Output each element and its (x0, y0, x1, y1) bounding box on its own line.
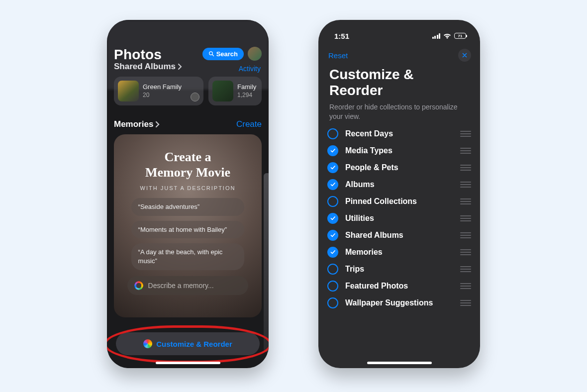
reorder-item-label: Trips (345, 265, 364, 274)
checkbox-checked-icon[interactable] (327, 145, 338, 156)
drag-handle-icon[interactable] (460, 283, 471, 289)
search-icon (208, 51, 214, 57)
drag-handle-icon[interactable] (460, 300, 471, 306)
activity-link[interactable]: Activity (239, 65, 261, 73)
reorder-row[interactable]: People & Pets (327, 162, 471, 173)
checkbox-unchecked-icon[interactable] (327, 281, 338, 292)
drag-handle-icon[interactable] (460, 215, 471, 221)
reorder-item-label: Recent Days (345, 129, 393, 138)
drag-handle-icon[interactable] (460, 182, 471, 188)
checkbox-unchecked-icon[interactable] (327, 128, 338, 139)
phone-left: 1:51 71 Photos Shared Albums (107, 20, 269, 368)
siri-icon (134, 281, 143, 290)
checkbox-unchecked-icon[interactable] (327, 196, 338, 207)
signal-icon (432, 33, 441, 39)
memories-link[interactable]: Memories (114, 119, 160, 129)
reorder-item-label: Utilities (345, 214, 374, 223)
shared-albums-row: Green Family 20 Family 1,294 (114, 77, 262, 105)
memory-subtitle: WITH JUST A DESCRIPTION (140, 185, 236, 191)
checkbox-checked-icon[interactable] (327, 162, 338, 173)
reorder-item-label: Pinned Collections (345, 197, 417, 206)
memories-header: Memories Create (114, 119, 262, 129)
reorder-item-label: Featured Photos (345, 282, 408, 291)
drag-handle-icon[interactable] (460, 198, 471, 204)
home-indicator[interactable] (156, 362, 220, 364)
reorder-row[interactable]: Trips (327, 264, 471, 275)
reorder-row[interactable]: Recent Days (327, 128, 471, 139)
reset-button[interactable]: Reset (328, 51, 348, 60)
drag-handle-icon[interactable] (460, 249, 471, 255)
checkbox-checked-icon[interactable] (327, 213, 338, 224)
contributor-avatar (191, 93, 199, 101)
wifi-icon (443, 33, 451, 39)
shared-albums-link[interactable]: Shared Albums (114, 62, 182, 72)
drag-handle-icon[interactable] (460, 165, 471, 171)
checkbox-checked-icon[interactable] (327, 247, 338, 258)
album-count: 20 (143, 92, 182, 99)
drag-handle-icon[interactable] (460, 148, 471, 154)
home-indicator[interactable] (367, 362, 432, 364)
memory-prompt-example[interactable]: “Moments at home with Bailey” (131, 221, 245, 239)
memory-title: Create a Memory Movie (145, 149, 230, 180)
memory-movie-card[interactable]: Create a Memory Movie WITH JUST A DESCRI… (114, 134, 262, 317)
reorder-item-label: Memories (345, 248, 383, 257)
reorder-list: Recent DaysMedia TypesPeople & PetsAlbum… (318, 128, 480, 308)
drag-handle-icon[interactable] (460, 131, 471, 137)
chevron-right-icon (178, 63, 182, 70)
drag-handle-icon[interactable] (460, 232, 471, 238)
close-button[interactable] (458, 49, 471, 62)
album-card-family[interactable]: Family 1,294 (208, 77, 262, 105)
reorder-row[interactable]: Featured Photos (327, 281, 471, 292)
create-memory-link[interactable]: Create (236, 119, 262, 129)
album-card-green-family[interactable]: Green Family 20 (114, 77, 203, 105)
customize-screen: Reset Customize &Reorder Reorder or hide… (318, 45, 480, 368)
reorder-row[interactable]: Pinned Collections (327, 196, 471, 207)
checkbox-checked-icon[interactable] (327, 230, 338, 241)
reorder-item-label: Shared Albums (345, 231, 403, 240)
checkbox-unchecked-icon[interactable] (327, 264, 338, 275)
search-button[interactable]: Search (202, 48, 244, 60)
reorder-item-label: People & Pets (345, 163, 398, 172)
reorder-row[interactable]: Memories (327, 247, 471, 258)
close-icon (462, 52, 468, 58)
status-right: 71 (432, 33, 467, 39)
customize-reorder-label: Customize & Reorder (156, 340, 232, 348)
checkbox-unchecked-icon[interactable] (327, 297, 338, 308)
photos-screen: Photos Shared Albums Search Activity (107, 45, 269, 368)
phone-right: 1:51 71 Reset Customize &Reorder Reorder… (318, 20, 480, 368)
describe-memory-input[interactable]: Describe a memory... (127, 276, 249, 295)
album-name: Family (237, 83, 256, 91)
adjacent-memory-preview (264, 173, 269, 352)
svg-line-1 (212, 55, 213, 56)
memories-label: Memories (114, 119, 153, 129)
chevron-right-icon (155, 121, 160, 128)
shared-albums-label: Shared Albums (114, 62, 176, 72)
reorder-row[interactable]: Utilities (327, 213, 471, 224)
customize-title: Customize &Reorder (318, 62, 480, 98)
memory-prompt-example[interactable]: “A day at the beach, with epic music” (131, 243, 245, 270)
reorder-row[interactable]: Media Types (327, 145, 471, 156)
search-label: Search (216, 50, 238, 58)
photos-flower-icon (143, 339, 152, 348)
reorder-row[interactable]: Albums (327, 179, 471, 190)
profile-avatar[interactable] (248, 47, 262, 61)
album-thumbnail (212, 81, 233, 101)
customize-subtitle: Reorder or hide collections to personali… (318, 98, 480, 128)
memory-prompt-example[interactable]: “Seaside adventures” (131, 198, 245, 216)
album-thumbnail (118, 81, 139, 101)
status-time: 1:51 (334, 32, 349, 40)
reorder-item-label: Wallpaper Suggestions (345, 298, 433, 307)
drag-handle-icon[interactable] (460, 266, 471, 272)
page-title: Photos (114, 47, 182, 63)
reorder-row[interactable]: Shared Albums (327, 230, 471, 241)
customize-reorder-button[interactable]: Customize & Reorder (116, 332, 260, 355)
reorder-row[interactable]: Wallpaper Suggestions (327, 297, 471, 308)
describe-placeholder: Describe a memory... (148, 282, 214, 290)
reorder-item-label: Media Types (345, 146, 392, 155)
reorder-item-label: Albums (345, 180, 375, 189)
checkbox-checked-icon[interactable] (327, 179, 338, 190)
album-count: 1,294 (237, 92, 256, 99)
battery-icon: 71 (454, 33, 466, 39)
status-bar: 1:51 71 (318, 20, 480, 45)
album-name: Green Family (143, 83, 182, 91)
